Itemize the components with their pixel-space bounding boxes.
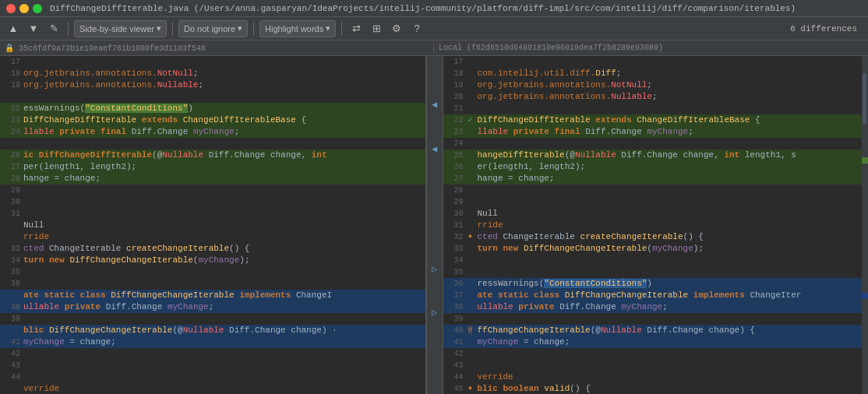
table-row: 17	[0, 56, 425, 68]
gutter-cell	[427, 340, 443, 351]
table-row	[0, 91, 425, 103]
hash-bar: 🔒 35c6fdf9a73b1e19eaef761b1000fe3d1103f5…	[0, 40, 868, 56]
gutter-cell	[427, 155, 443, 166]
gutter-cell	[427, 67, 443, 78]
table-row: 42	[0, 348, 425, 360]
nav-next-button[interactable]: ▼	[25, 20, 42, 37]
table-row: 24	[443, 138, 869, 150]
traffic-lights	[6, 4, 42, 13]
chevron-down-icon: ▾	[157, 23, 161, 33]
gutter-cell	[427, 275, 443, 286]
table-row: 39	[443, 313, 869, 325]
table-row: 35	[0, 266, 425, 278]
table-row	[0, 138, 425, 150]
table-row: 30	[0, 196, 425, 208]
table-row: 37 ate static class DiffChangeChangeIter…	[443, 290, 869, 301]
minimize-button[interactable]	[19, 4, 29, 13]
table-row: 44 verride	[443, 371, 869, 383]
nav-prev-button[interactable]: ▲	[5, 20, 22, 37]
gutter-cell	[427, 351, 443, 362]
help-button[interactable]: ?	[408, 20, 425, 37]
maximize-button[interactable]	[33, 4, 42, 13]
gutter-cell	[427, 121, 443, 132]
table-row: 22 ✓ DiffChangeDiffIterable extends Chan…	[443, 114, 869, 126]
separator-4	[341, 22, 342, 36]
gutter-cell	[427, 285, 443, 296]
table-row: 36	[0, 278, 425, 290]
gutter-arrow-2[interactable]: ◀	[427, 143, 443, 155]
table-row: 30 Null	[443, 208, 869, 220]
table-row: 18 com.intellij.util.diff.Diff;	[443, 68, 869, 79]
table-row: 41 myChange = change;	[0, 336, 425, 348]
table-row: 26 ic DiffChangeDiffIterable(@Nullable D…	[0, 150, 425, 161]
table-row: 36 ressWarnings("ConstantConditions")	[443, 278, 869, 290]
table-row: Null	[0, 220, 425, 231]
diff-indicator-1	[862, 157, 868, 164]
highlight-selector[interactable]: Highlight words ▾	[259, 20, 336, 37]
gutter-cell	[427, 198, 443, 209]
table-row: verride	[0, 383, 425, 394]
table-row: 44	[0, 371, 425, 383]
table-row: 22 essWarnings("ConstantConditions")	[0, 103, 425, 114]
table-row: 28	[443, 185, 869, 196]
right-panel[interactable]: 17 18 com.intellij.util.diff.Diff; 19	[443, 56, 869, 394]
gutter-cell	[427, 230, 443, 241]
gutter-cell	[427, 372, 443, 383]
table-row: 26 er(length1, length2);	[443, 161, 869, 173]
gutter: ◀ ◀ ▷ ▷	[426, 56, 443, 394]
viewer-selector[interactable]: Side-by-side viewer ▾	[74, 20, 167, 37]
left-scroll[interactable]: 17 18 org.jetbrains.annotations.NotNull;…	[0, 56, 425, 394]
table-row: 33 turn new DiffChangeChangeIterable(myC…	[443, 243, 869, 255]
gutter-cell	[427, 252, 443, 263]
gutter-cell	[427, 318, 443, 329]
hash-left: 🔒 35c6fdf9a73b1e19eaef761b1000fe3d1103f5…	[0, 44, 434, 53]
gutter-cell	[427, 177, 443, 188]
window-title: DiffChangeDiffIterable.java (/Users/anna…	[50, 4, 796, 13]
table-row: 31 rride	[443, 220, 869, 231]
right-scrollbar-track[interactable]	[862, 56, 868, 394]
table-row: 29	[443, 196, 869, 208]
settings-button[interactable]: ⚙	[388, 20, 405, 37]
table-row: 34	[443, 255, 869, 266]
gutter-arrow-1[interactable]: ◀	[427, 99, 443, 111]
scrollbar-thumb	[863, 73, 866, 124]
gutter-arrow-4[interactable]: ▷	[427, 307, 443, 318]
table-row: 23 DiffChangeDiffIterable extends Change…	[0, 114, 425, 126]
edit-button[interactable]: ✎	[45, 20, 62, 37]
diff-container: 17 18 org.jetbrains.annotations.NotNull;…	[0, 56, 868, 394]
arrows-icon-button[interactable]: ⇄	[348, 20, 365, 37]
table-row: 29	[0, 185, 425, 196]
gutter-cell	[427, 383, 443, 394]
close-button[interactable]	[6, 4, 16, 13]
chevron-down-icon: ▾	[326, 23, 330, 33]
separator-1	[68, 22, 69, 36]
toolbar: ▲ ▼ ✎ Side-by-side viewer ▾ Do not ignor…	[0, 17, 868, 40]
table-row: 27 hange = change;	[443, 173, 869, 185]
ignore-selector[interactable]: Do not ignore ▾	[178, 20, 248, 37]
gutter-cell	[427, 209, 443, 220]
table-row: 24 llable private final Diff.Change myCh…	[0, 126, 425, 138]
table-row: 19 org.jetbrains.annotations.Nullable;	[0, 79, 425, 91]
gear-icon: ⚙	[392, 23, 401, 34]
table-row: 28 hange = change;	[0, 173, 425, 185]
table-row: 33 cted ChangeIterable createChangeItera…	[0, 243, 425, 255]
gutter-cell	[427, 78, 443, 89]
left-panel[interactable]: 17 18 org.jetbrains.annotations.NotNull;…	[0, 56, 426, 394]
table-row: 32 ● cted ChangeIterable createChangeIte…	[443, 231, 869, 243]
table-row: 40 @ ffChangeChangeIterable(@Nullable Di…	[443, 325, 869, 336]
table-row: 45 ● blic boolean valid() {	[443, 383, 869, 394]
table-row: 27 per(length1, length2);	[0, 161, 425, 173]
gutter-cell	[427, 132, 443, 143]
diff-count: 6 differences	[790, 24, 863, 33]
gutter-arrow-3[interactable]: ▷	[427, 263, 443, 275]
separator-3	[253, 22, 254, 36]
table-row: 34 turn new DiffChangeChangeIterable(myC…	[0, 255, 425, 266]
right-scroll[interactable]: 17 18 com.intellij.util.diff.Diff; 19	[443, 56, 869, 394]
gutter-cell	[427, 111, 443, 121]
gutter-cell	[427, 188, 443, 199]
gutter-cell	[427, 220, 443, 230]
table-row: 18 org.jetbrains.annotations.NotNull;	[0, 68, 425, 79]
gutter-cell	[427, 241, 443, 252]
columns-icon-button[interactable]: ⊞	[368, 20, 385, 37]
table-row: 43	[443, 360, 869, 371]
